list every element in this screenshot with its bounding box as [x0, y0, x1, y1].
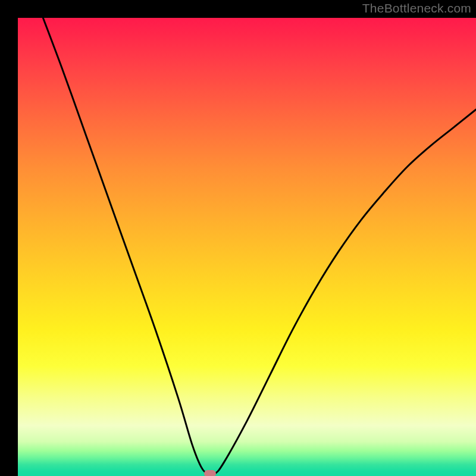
minimum-marker: [204, 470, 216, 476]
plot-area: [18, 18, 476, 476]
watermark-text: TheBottleneck.com: [362, 1, 471, 15]
bottleneck-gradient-background: [18, 18, 476, 476]
chart-frame: [9, 9, 467, 467]
